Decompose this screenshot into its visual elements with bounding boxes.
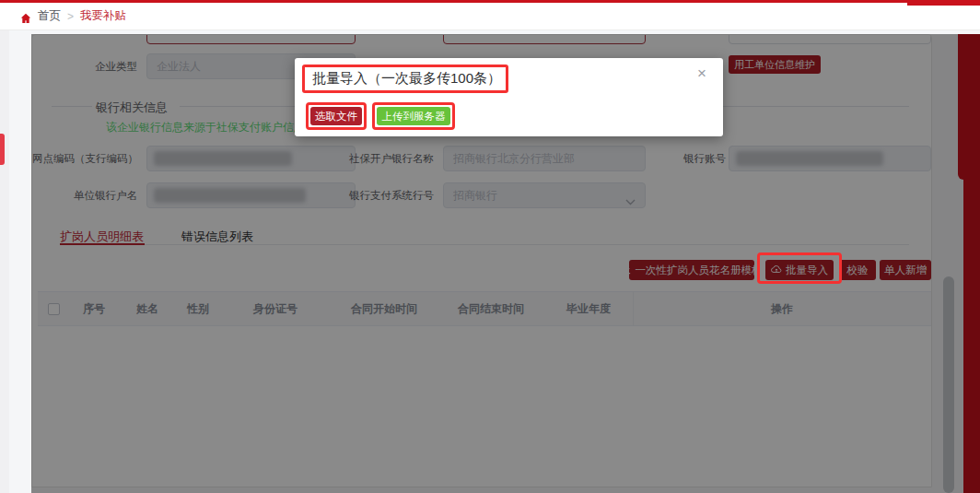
page: 首页 > 我要补贴 企业类型 用工单位信息维护 银行相关信息 该企业银行信息来源…: [0, 0, 980, 493]
batch-import-modal: 批量导入（一次最多传100条） × 选取文件 上传到服务器: [295, 58, 723, 136]
top-progress-bar-segment: [907, 0, 980, 6]
annotation-modal-title: 批量导入（一次最多传100条）: [302, 65, 508, 93]
breadcrumb: 首页 > 我要补贴: [0, 3, 980, 30]
home-icon[interactable]: [20, 11, 31, 22]
modal-title: 批量导入（一次最多传100条）: [312, 70, 501, 88]
close-icon[interactable]: ×: [697, 65, 706, 81]
annotation-select-file: [306, 102, 367, 130]
breadcrumb-separator: >: [67, 10, 74, 23]
left-gutter: [0, 30, 9, 493]
annotation-batch-import: [757, 252, 842, 284]
breadcrumb-home[interactable]: 首页: [38, 8, 61, 24]
left-edge-marker[interactable]: [0, 134, 5, 165]
annotation-upload: [372, 102, 455, 130]
breadcrumb-current: 我要补贴: [80, 8, 126, 24]
